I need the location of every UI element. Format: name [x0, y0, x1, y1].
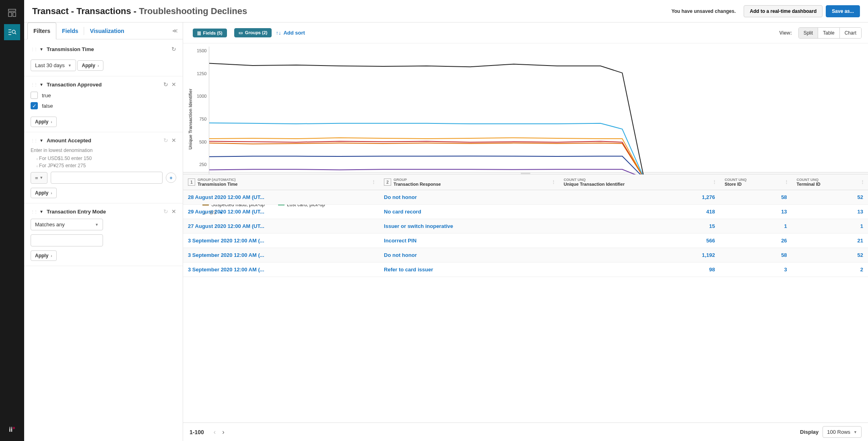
column-menu-icon[interactable]: ⋮	[712, 180, 717, 185]
prev-page-button[interactable]: ‹	[214, 429, 216, 436]
time-range-select[interactable]: Last 30 days▼	[31, 59, 76, 71]
collapse-caret-icon[interactable]: ▼	[39, 138, 43, 143]
left-sidebar: Filters Fields Visualization ≪ ⋮⋮ ▼ Tran…	[24, 23, 183, 441]
page-header: Transact - Transactions - Troubleshootin…	[24, 0, 868, 23]
filter-entry-mode: ⋮⋮ ▼ Transaction Entry Mode ↻ ✕ Matches …	[24, 203, 183, 266]
apply-button[interactable]: Apply›	[31, 250, 57, 261]
svg-point-6	[12, 30, 15, 33]
data-table: 1GROUP (AUTOMATIC)Transmission Time⋮2GRO…	[183, 174, 868, 423]
fields-button[interactable]: |||| Fields (5)	[193, 29, 227, 37]
view-chart-button[interactable]: Chart	[840, 28, 861, 38]
row-range: 1-100	[190, 429, 204, 435]
column-menu-icon[interactable]: ⋮	[784, 180, 789, 185]
checkbox-false[interactable]: ✓	[31, 102, 38, 109]
refresh-icon[interactable]: ↻	[163, 208, 168, 215]
page-title: Transact - Transactions - Troubleshootin…	[32, 6, 247, 16]
y-ticks: 1500125010007505002500	[194, 47, 209, 191]
table-row[interactable]: 3 September 2020 12:00 AM (...Do not hon…	[183, 248, 868, 263]
collapse-sidebar-icon[interactable]: ≪	[172, 28, 178, 34]
next-page-button[interactable]: ›	[222, 429, 224, 436]
refresh-icon[interactable]: ↻	[163, 81, 168, 88]
table-row[interactable]: 3 September 2020 12:00 AM (...Refer to c…	[183, 263, 868, 277]
add-sort-button[interactable]: ↑↓Add sort	[276, 30, 305, 36]
column-header[interactable]: 1GROUP (AUTOMATIC)Transmission Time⋮	[183, 174, 379, 190]
rail-explore-icon[interactable]	[4, 24, 20, 40]
chevron-down-icon: ▼	[68, 64, 72, 68]
tab-filters[interactable]: Filters	[27, 23, 56, 39]
filter-amount-accepted: ⋮⋮ ▼ Amount Accepted ↻ ✕ Enter in lowest…	[24, 132, 183, 203]
svg-rect-2	[13, 12, 16, 16]
column-menu-icon[interactable]: ⋮	[371, 180, 376, 185]
column-header[interactable]: COUNT UNQStore ID⋮	[720, 174, 792, 190]
chart: Unique Transaction Identifier 1500125010…	[183, 43, 868, 172]
remove-icon[interactable]: ✕	[171, 81, 176, 88]
drag-handle-icon[interactable]: ⋮⋮	[31, 47, 37, 51]
filter-transaction-approved: ⋮⋮ ▼ Transaction Approved ↻ ✕ true ✓fals…	[24, 76, 183, 132]
refresh-icon[interactable]: ↻	[163, 137, 168, 144]
nav-rail: ii°	[0, 0, 24, 441]
svg-line-7	[15, 33, 16, 34]
amount-input[interactable]	[51, 172, 163, 184]
drag-handle-icon[interactable]: ⋮⋮	[31, 82, 37, 87]
chevron-down-icon: ▼	[95, 223, 99, 227]
svg-rect-1	[8, 12, 12, 16]
apply-button[interactable]: Apply›	[77, 60, 103, 71]
apply-button[interactable]: Apply›	[31, 117, 57, 127]
apply-button[interactable]: Apply›	[31, 188, 57, 198]
table-row[interactable]: 3 September 2020 12:00 AM (...Incorrect …	[183, 234, 868, 248]
remove-icon[interactable]: ✕	[171, 208, 176, 215]
view-split-button[interactable]: Split	[799, 28, 818, 38]
table-row[interactable]: 29 August 2020 12:00 AM (UT...No card re…	[183, 205, 868, 219]
column-header[interactable]: COUNT UNQTerminal ID⋮	[792, 174, 868, 190]
refresh-icon[interactable]: ↻	[171, 46, 176, 52]
column-menu-icon[interactable]: ⋮	[551, 180, 556, 185]
view-table-button[interactable]: Table	[818, 28, 840, 38]
table-row[interactable]: 28 August 2020 12:00 AM (UT...Do not hon…	[183, 190, 868, 205]
checkbox-true[interactable]	[31, 92, 38, 99]
column-header[interactable]: 2GROUPTransaction Response⋮	[379, 174, 559, 190]
entry-mode-input[interactable]	[31, 234, 103, 246]
groups-button[interactable]: ▭ Groups (2)	[234, 28, 272, 37]
column-menu-icon[interactable]: ⋮	[860, 180, 865, 185]
tab-visualization[interactable]: Visualization	[84, 23, 130, 39]
collapse-caret-icon[interactable]: ▼	[39, 47, 43, 51]
add-condition-button[interactable]: +	[166, 172, 176, 183]
operator-select[interactable]: = ▼	[31, 172, 47, 184]
filter-transmission-time: ⋮⋮ ▼ Transmission Time ↻ Last 30 days▼ A…	[24, 41, 183, 76]
sort-icon: ↑↓	[276, 30, 281, 36]
unsaved-notice: You have unsaved changes.	[671, 8, 736, 14]
svg-rect-0	[8, 9, 16, 11]
content-toolbar: |||| Fields (5) ▭ Groups (2) ↑↓Add sort …	[183, 23, 868, 43]
save-as-button[interactable]: Save as...	[826, 5, 860, 17]
table-row[interactable]: 27 August 2020 12:00 AM (UT...Issuer or …	[183, 219, 868, 234]
table-footer: 1-100 ‹ › Display 100 Rows▼	[183, 423, 868, 441]
match-mode-select[interactable]: Matches any▼	[31, 219, 103, 230]
add-to-dashboard-button[interactable]: Add to a real-time dashboard	[744, 5, 823, 17]
rail-logo-icon[interactable]: ii°	[4, 422, 20, 438]
drag-handle-icon[interactable]: ⋮⋮	[31, 138, 37, 143]
tab-fields[interactable]: Fields	[56, 23, 84, 39]
rows-per-page-select[interactable]: 100 Rows▼	[823, 426, 862, 438]
drag-handle-icon[interactable]: ⋮⋮	[31, 209, 37, 214]
y-axis-label: Unique Transaction Identifier	[186, 47, 194, 191]
collapse-caret-icon[interactable]: ▼	[39, 209, 43, 214]
column-header[interactable]: COUNT UNQUnique Transaction Identifier⋮	[559, 174, 720, 190]
remove-icon[interactable]: ✕	[171, 137, 176, 144]
rail-dashboard-icon[interactable]	[4, 5, 20, 21]
collapse-caret-icon[interactable]: ▼	[39, 82, 43, 87]
